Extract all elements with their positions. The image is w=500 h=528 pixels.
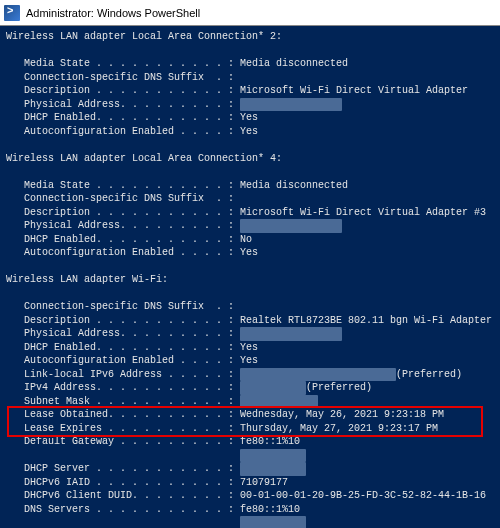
config-value: XXX.XXX.X.X xyxy=(240,449,306,463)
config-row: Physical Address. . . . . . . . . : XX-X… xyxy=(6,327,500,341)
config-value: Yes xyxy=(240,125,258,139)
config-row: DHCP Enabled. . . . . . . . . . . : No xyxy=(6,233,500,247)
config-label: Link-local IPv6 Address . . . . . : xyxy=(24,368,240,382)
config-label: Autoconfiguration Enabled . . . . : xyxy=(24,354,240,368)
blank-line xyxy=(6,165,500,179)
config-label: DHCP Server . . . . . . . . . . . : xyxy=(24,462,240,476)
config-label: Description . . . . . . . . . . . : xyxy=(24,314,240,328)
config-label: Description . . . . . . . . . . . : xyxy=(24,84,240,98)
config-label: IPv4 Address. . . . . . . . . . . : xyxy=(24,381,240,395)
window-titlebar[interactable]: Administrator: Windows PowerShell xyxy=(0,0,500,26)
config-row: Media State . . . . . . . . . . . : Medi… xyxy=(6,179,500,193)
config-value: Wednesday, May 26, 2021 9:23:18 PM xyxy=(240,408,444,422)
config-label: Autoconfiguration Enabled . . . . : xyxy=(24,125,240,139)
config-label xyxy=(24,516,240,528)
config-value: Media disconnected xyxy=(240,57,348,71)
config-row: Link-local IPv6 Address . . . . . : XXXX… xyxy=(6,368,500,382)
config-row: IPv4 Address. . . . . . . . . . . : XXX.… xyxy=(6,381,500,395)
config-row: Physical Address. . . . . . . . . : XX-X… xyxy=(6,219,500,233)
config-label: DHCPv6 IAID . . . . . . . . . . . : xyxy=(24,476,240,490)
config-label: DHCP Enabled. . . . . . . . . . . : xyxy=(24,111,240,125)
config-value: XX-XX-XX-XX-XX-XX xyxy=(240,219,342,233)
config-label: Connection-specific DNS Suffix . : xyxy=(24,300,234,314)
config-value: Yes xyxy=(240,111,258,125)
config-row: Lease Obtained. . . . . . . . . . : Wedn… xyxy=(6,408,500,422)
config-row: DNS Servers . . . . . . . . . . . : fe80… xyxy=(6,503,500,517)
config-suffix: (Preferred) xyxy=(396,368,462,382)
config-value: fe80::1%10 xyxy=(240,503,300,517)
config-label: Lease Expires . . . . . . . . . . : xyxy=(24,422,240,436)
config-label: Lease Obtained. . . . . . . . . . : xyxy=(24,408,240,422)
config-row: Connection-specific DNS Suffix . : xyxy=(6,71,500,85)
config-value: 00-01-00-01-20-9B-25-FD-3C-52-82-44-1B-1… xyxy=(240,489,486,503)
adapter-header: Wireless LAN adapter Local Area Connecti… xyxy=(6,30,500,44)
adapter-header: Wireless LAN adapter Wi-Fi: xyxy=(6,273,500,287)
config-row: DHCP Enabled. . . . . . . . . . . : Yes xyxy=(6,341,500,355)
powershell-icon xyxy=(4,5,20,21)
config-row: DHCPv6 Client DUID. . . . . . . . : 00-0… xyxy=(6,489,500,503)
config-value: Yes xyxy=(240,341,258,355)
config-label: Autoconfiguration Enabled . . . . : xyxy=(24,246,240,260)
config-label xyxy=(24,449,240,463)
config-value: Thursday, May 27, 2021 9:23:17 PM xyxy=(240,422,438,436)
config-value: XX-XX-XX-XX-XX-XX xyxy=(240,98,342,112)
config-value: Yes xyxy=(240,354,258,368)
config-row: Physical Address. . . . . . . . . : XX-X… xyxy=(6,98,500,112)
config-value: No xyxy=(240,233,252,247)
config-label: Physical Address. . . . . . . . . : xyxy=(24,98,240,112)
window-title: Administrator: Windows PowerShell xyxy=(26,7,200,19)
config-label: Media State . . . . . . . . . . . : xyxy=(24,57,240,71)
config-value: XXX.XXX.X.X xyxy=(240,381,306,395)
config-row: Description . . . . . . . . . . . : Micr… xyxy=(6,84,500,98)
config-value: 71079177 xyxy=(240,476,288,490)
config-row: Autoconfiguration Enabled . . . . : Yes xyxy=(6,354,500,368)
config-row: XXX.XXX.X.X xyxy=(6,516,500,528)
config-value: Realtek RTL8723BE 802.11 bgn Wi-Fi Adapt… xyxy=(240,314,492,328)
config-label: DHCP Enabled. . . . . . . . . . . : xyxy=(24,233,240,247)
config-row: DHCP Enabled. . . . . . . . . . . : Yes xyxy=(6,111,500,125)
config-label: Physical Address. . . . . . . . . : xyxy=(24,327,240,341)
config-row: Autoconfiguration Enabled . . . . : Yes xyxy=(6,246,500,260)
config-row: Connection-specific DNS Suffix . : xyxy=(6,192,500,206)
blank-line xyxy=(6,260,500,274)
config-value: XX-XX-XX-XX-XX-XX xyxy=(240,327,342,341)
config-row: Default Gateway . . . . . . . . . : fe80… xyxy=(6,435,500,449)
config-row: DHCP Server . . . . . . . . . . . : XXX.… xyxy=(6,462,500,476)
config-value: fe80::1%10 xyxy=(240,435,300,449)
config-row: Description . . . . . . . . . . . : Micr… xyxy=(6,206,500,220)
config-value: Microsoft Wi-Fi Direct Virtual Adapter xyxy=(240,84,468,98)
config-label: Connection-specific DNS Suffix . : xyxy=(24,71,234,85)
config-row: Subnet Mask . . . . . . . . . . . : XXX.… xyxy=(6,395,500,409)
config-suffix: (Preferred) xyxy=(306,381,372,395)
config-row: DHCPv6 IAID . . . . . . . . . . . : 7107… xyxy=(6,476,500,490)
config-value: XXXXXXXXXXXXXXXXXXXXXXXXXX xyxy=(240,368,396,382)
config-row: Lease Expires . . . . . . . . . . : Thur… xyxy=(6,422,500,436)
config-label: Connection-specific DNS Suffix . : xyxy=(24,192,234,206)
adapter-header: Wireless LAN adapter Local Area Connecti… xyxy=(6,152,500,166)
blank-line xyxy=(6,287,500,301)
config-label: Media State . . . . . . . . . . . : xyxy=(24,179,240,193)
config-row: Autoconfiguration Enabled . . . . : Yes xyxy=(6,125,500,139)
config-row: Media State . . . . . . . . . . . : Medi… xyxy=(6,57,500,71)
config-value: XXX.XXX.X.X xyxy=(240,516,306,528)
config-value: XXX.XXX.X.X xyxy=(240,462,306,476)
config-row: Description . . . . . . . . . . . : Real… xyxy=(6,314,500,328)
config-label: Subnet Mask . . . . . . . . . . . : xyxy=(24,395,240,409)
config-label: DHCP Enabled. . . . . . . . . . . : xyxy=(24,341,240,355)
config-label: DNS Servers . . . . . . . . . . . : xyxy=(24,503,240,517)
config-value: Yes xyxy=(240,246,258,260)
config-value: Microsoft Wi-Fi Direct Virtual Adapter #… xyxy=(240,206,486,220)
config-label: DHCPv6 Client DUID. . . . . . . . : xyxy=(24,489,240,503)
config-row: Connection-specific DNS Suffix . : xyxy=(6,300,500,314)
config-value: Media disconnected xyxy=(240,179,348,193)
config-row: XXX.XXX.X.X xyxy=(6,449,500,463)
blank-line xyxy=(6,138,500,152)
config-label: Physical Address. . . . . . . . . : xyxy=(24,219,240,233)
config-label: Default Gateway . . . . . . . . . : xyxy=(24,435,240,449)
config-value: XXX.XXX.XXX.X xyxy=(240,395,318,409)
terminal-output[interactable]: Wireless LAN adapter Local Area Connecti… xyxy=(0,26,500,528)
config-label: Description . . . . . . . . . . . : xyxy=(24,206,240,220)
blank-line xyxy=(6,44,500,58)
